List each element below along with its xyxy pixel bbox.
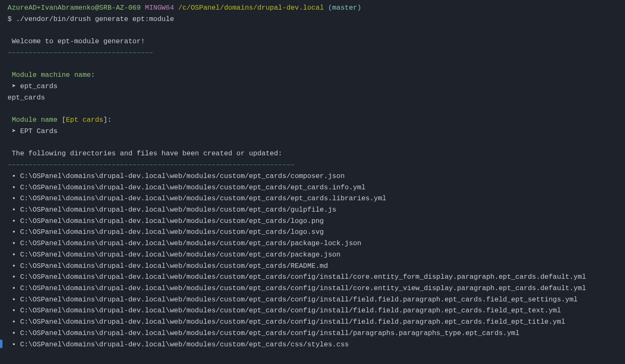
- machine-name-echo: ept_cards: [8, 92, 617, 104]
- prompt-line-1: AzureAD+IvanAbramenko@SRB-AZ-069 MINGW64…: [8, 3, 617, 14]
- command-text: ./vendor/bin/drush generate ept:module: [16, 15, 174, 23]
- blank-line: [8, 25, 617, 36]
- user-host: AzureAD+IvanAbramenko@SRB-AZ-069: [8, 4, 141, 12]
- file-list-item: • C:\OSPanel\domains\drupal-dev.local\we…: [8, 317, 617, 328]
- git-branch: (master): [328, 4, 361, 12]
- welcome-text: Welcome to ept-module generator!: [8, 36, 617, 47]
- prompt-symbol: $: [8, 15, 12, 23]
- file-list-item: • C:\OSPanel\domains\drupal-dev.local\we…: [8, 261, 617, 272]
- file-list-item: • C:\OSPanel\domains\drupal-dev.local\we…: [8, 272, 617, 283]
- file-list-item: • C:\OSPanel\domains\drupal-dev.local\we…: [8, 339, 617, 351]
- file-list-item: • C:\OSPanel\domains\drupal-dev.local\we…: [8, 238, 617, 249]
- machine-name-input-line: ➤ ept_cards: [8, 81, 617, 92]
- blank-line: [8, 103, 617, 115]
- module-name-prompt: Module name [Ept cards]:: [8, 115, 617, 126]
- module-name-default: Ept cards: [66, 116, 103, 124]
- terminal-output[interactable]: AzureAD+IvanAbramenko@SRB-AZ-069 MINGW64…: [8, 3, 617, 350]
- file-list: • C:\OSPanel\domains\drupal-dev.local\we…: [8, 171, 617, 351]
- blank-line: [8, 137, 617, 149]
- machine-name-input: ept_cards: [20, 82, 58, 90]
- file-list-item: • C:\OSPanel\domains\drupal-dev.local\we…: [8, 328, 617, 339]
- machine-name-prompt: Module machine name:: [8, 70, 617, 81]
- arrow-icon: ➤: [8, 82, 20, 90]
- tab-indicator: [0, 340, 3, 348]
- file-list-item: • C:\OSPanel\domains\drupal-dev.local\we…: [8, 204, 617, 216]
- file-list-item: • C:\OSPanel\domains\drupal-dev.local\we…: [8, 182, 617, 194]
- file-list-item: • C:\OSPanel\domains\drupal-dev.local\we…: [8, 216, 617, 227]
- file-list-item: • C:\OSPanel\domains\drupal-dev.local\we…: [8, 227, 617, 238]
- arrow-icon: ➤: [8, 127, 20, 135]
- blank-line: [8, 59, 617, 70]
- file-list-item: • C:\OSPanel\domains\drupal-dev.local\we…: [8, 294, 617, 306]
- module-name-input-line: ➤ EPT Cards: [8, 126, 617, 137]
- machine-name-label: Module machine name: [8, 71, 91, 79]
- file-list-item: • C:\OSPanel\domains\drupal-dev.local\we…: [8, 193, 617, 204]
- created-text: The following directories and files have…: [8, 148, 617, 160]
- file-list-item: • C:\OSPanel\domains\drupal-dev.local\we…: [8, 283, 617, 294]
- file-list-item: • C:\OSPanel\domains\drupal-dev.local\we…: [8, 171, 617, 182]
- file-list-item: • C:\OSPanel\domains\drupal-dev.local\we…: [8, 305, 617, 317]
- prompt-line-2: $ ./vendor/bin/drush generate ept:module: [8, 14, 617, 25]
- created-dashes: ––––––––––––––––––––––––––––––––––––––––…: [8, 160, 617, 171]
- file-list-item: • C:\OSPanel\domains\drupal-dev.local\we…: [8, 249, 617, 261]
- module-name-input: EPT Cards: [20, 127, 58, 135]
- cwd-path: /c/OSPanel/domains/drupal-dev.local: [178, 4, 324, 12]
- welcome-dashes: –––––––––––––––––––––––––––––––––––: [8, 47, 617, 59]
- module-name-label: Module name: [8, 116, 58, 124]
- shell-name: MINGW64: [145, 4, 174, 12]
